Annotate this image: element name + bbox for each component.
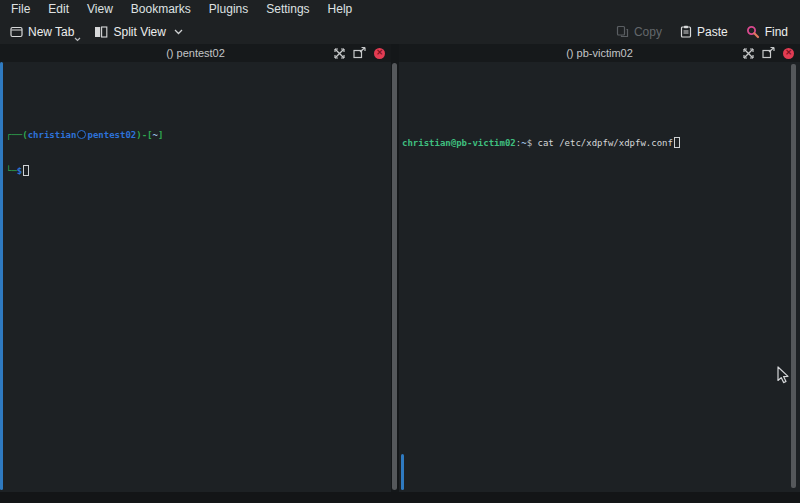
terminal-pb-victim02[interactable]: christian@pb-victim02:~$ cat /etc/xdpfw/… [399,62,800,492]
menu-plugins[interactable]: Plugins [200,0,257,19]
split-view-chevron-icon[interactable] [174,29,183,35]
copy-icon [616,25,629,38]
terminal-pentest02[interactable]: ┌──(christianpentest02)-[~] └─$ [0,62,391,492]
maximize-view-icon[interactable] [334,48,345,59]
menu-view[interactable]: View [78,0,122,19]
new-tab-menu-caret[interactable] [74,37,81,42]
new-tab-button[interactable]: New Tab [6,23,78,41]
scrollbar-right-edge[interactable] [791,64,796,488]
menu-edit[interactable]: Edit [39,0,78,19]
copy-label: Copy [634,25,662,39]
menu-bar: File Edit View Bookmarks Plugins Setting… [0,0,800,19]
pane-title-pentest02: () pentest02 [0,47,391,59]
toolbar: New Tab Split View [0,19,800,44]
menu-bookmarks[interactable]: Bookmarks [122,0,200,19]
split-view-label: Split View [113,25,165,39]
maximize-view-icon[interactable] [743,48,754,59]
scrollbar-right-pane-thumb[interactable] [401,454,404,490]
copy-button[interactable]: Copy [612,23,666,41]
detach-view-icon[interactable] [353,47,366,59]
split-view-button[interactable]: Split View [90,23,186,41]
detach-view-icon[interactable] [762,47,775,59]
new-tab-label: New Tab [28,25,74,39]
scrollbar-left-pane[interactable] [0,62,3,490]
prompt-line-2: └─$ [6,165,391,177]
find-button[interactable]: Find [742,23,792,41]
paste-label: Paste [697,25,728,39]
prompt-line-1: ┌──(christianpentest02)-[~] [6,129,391,141]
close-view-button[interactable]: ✕ [374,48,385,59]
pane-pb-victim02: () pb-victim02 ✕ [399,44,800,492]
kali-at-icon [77,130,86,139]
command-line: christian@pb-victim02:~$ cat /etc/xdpfw/… [402,137,800,149]
new-tab-icon [10,26,23,38]
pane-header-pb-victim02[interactable]: () pb-victim02 ✕ [399,44,800,62]
pane-pentest02: () pentest02 ✕ [0,44,391,492]
split-container: () pentest02 ✕ [0,44,800,492]
split-divider-handle[interactable] [392,63,397,490]
paste-icon [680,25,692,38]
menu-settings[interactable]: Settings [257,0,318,19]
find-icon [746,25,760,39]
split-divider[interactable] [391,44,399,492]
window-bottom-edge [0,492,800,503]
split-view-icon [94,26,108,38]
pane-title-pb-victim02: () pb-victim02 [399,47,800,59]
menu-file[interactable]: File [2,0,39,19]
menu-help[interactable]: Help [319,0,362,19]
close-view-button[interactable]: ✕ [783,48,794,59]
find-label: Find [765,25,788,39]
konsole-window: File Edit View Bookmarks Plugins Setting… [0,0,800,503]
cursor-block [674,137,680,148]
paste-button[interactable]: Paste [676,23,732,41]
cursor-block [23,165,29,176]
pane-header-pentest02[interactable]: () pentest02 ✕ [0,44,391,62]
